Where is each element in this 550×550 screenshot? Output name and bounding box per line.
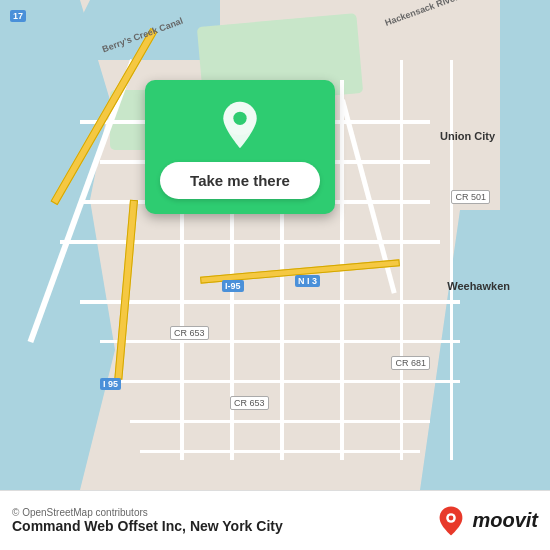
take-me-there-button[interactable]: Take me there xyxy=(160,162,320,199)
street-h5 xyxy=(80,300,460,304)
location-pin-icon xyxy=(215,100,265,150)
road-label-cr653: CR 653 xyxy=(170,326,209,340)
city-label-union: Union City xyxy=(440,130,495,142)
road-label-17: 17 xyxy=(10,10,26,22)
city-label-weehawken: Weehawken xyxy=(447,280,510,292)
road-label-cr681: CR 681 xyxy=(391,356,430,370)
popup-box: Take me there xyxy=(145,80,335,214)
street-v6 xyxy=(450,60,453,460)
road-label-i95-bottom: I 95 xyxy=(100,378,121,390)
moovit-logo: moovit xyxy=(436,506,538,536)
info-left-section: © OpenStreetMap contributors Command Web… xyxy=(12,507,283,534)
info-bar: © OpenStreetMap contributors Command Web… xyxy=(0,490,550,550)
svg-point-3 xyxy=(449,515,454,520)
road-label-cr501: CR 501 xyxy=(451,190,490,204)
street-v5 xyxy=(400,60,403,460)
road-label-nj3: N I 3 xyxy=(295,275,320,287)
moovit-text: moovit xyxy=(472,509,538,532)
moovit-icon xyxy=(436,506,466,536)
map-attribution: © OpenStreetMap contributors xyxy=(12,507,283,518)
svg-point-1 xyxy=(233,112,246,125)
road-label-cr653b: CR 653 xyxy=(230,396,269,410)
street-h7 xyxy=(120,380,460,383)
location-popup: Take me there xyxy=(140,80,340,214)
location-name: Command Web Offset Inc, New York City xyxy=(12,518,283,534)
map-view: 17 I-95 N I 3 CR 501 CR 653 CR 653 CR 68… xyxy=(0,0,550,490)
road-label-i95: I-95 xyxy=(222,280,244,292)
